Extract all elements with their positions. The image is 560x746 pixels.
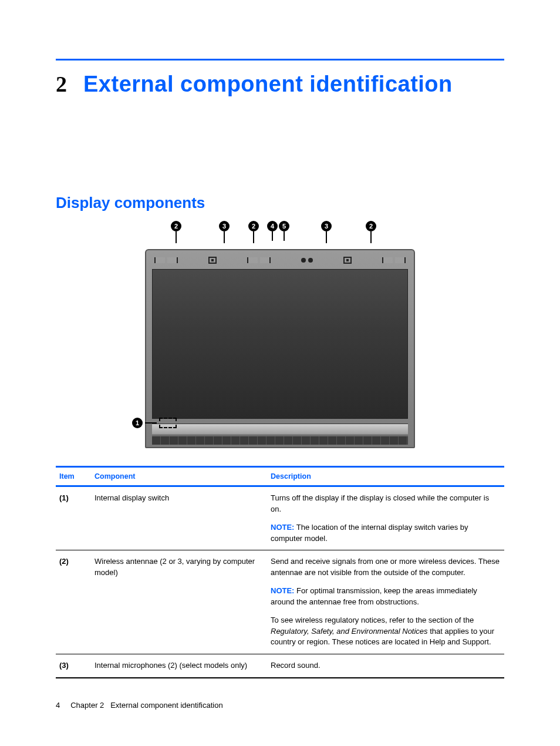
- callout-number: 2: [171, 221, 181, 231]
- table-header-row: Item Component Description: [56, 467, 504, 486]
- laptop-screen: [152, 269, 408, 419]
- extra-pre: To see wireless regulatory notices, refe…: [271, 616, 474, 624]
- antenna-right: [382, 257, 406, 263]
- header-description: Description: [267, 467, 504, 486]
- mic-icon: [208, 257, 217, 264]
- webcam-lens-icon: [301, 258, 306, 263]
- callout-number: 3: [219, 221, 230, 231]
- cell-component: Wireless antennae (2 or 3, varying by co…: [91, 550, 267, 654]
- callout-number: 1: [132, 418, 143, 428]
- top-horizontal-rule: [56, 59, 504, 61]
- footer-chapter-label: Chapter 2: [70, 701, 104, 710]
- laptop-figure: 2 3 2 4 5 3 2: [145, 221, 415, 448]
- keyboard-strip: [152, 435, 408, 445]
- footer-chapter: Chapter 2 External component identificat…: [70, 701, 222, 710]
- chapter-number: 2: [56, 71, 67, 97]
- callout-number: 2: [248, 221, 259, 231]
- cell-item: (3): [56, 654, 91, 678]
- display-switch-icon: [159, 418, 177, 428]
- cell-item: (2): [56, 550, 91, 654]
- antenna-left: [154, 257, 178, 263]
- callout-number: 5: [279, 221, 289, 231]
- cell-component: Internal microphones (2) (select models …: [91, 654, 267, 678]
- webcam-area: [301, 258, 313, 263]
- section-heading: Display components: [56, 194, 504, 212]
- desc-main: Send and receive signals from one or mor…: [271, 556, 501, 579]
- mic-icon: [343, 257, 352, 264]
- note-label: NOTE:: [271, 523, 294, 532]
- cell-description: Send and receive signals from one or mor…: [267, 550, 504, 654]
- webcam-light-icon: [308, 258, 313, 263]
- cell-description: Turns off the display if the display is …: [267, 486, 504, 550]
- laptop-body: 1: [145, 249, 415, 448]
- table-row: (1) Internal display switch Turns off th…: [56, 486, 504, 550]
- desc-note: NOTE: The location of the internal displ…: [271, 522, 501, 545]
- callout-number: 2: [366, 221, 376, 231]
- note-label: NOTE:: [271, 586, 294, 595]
- note-text: For optimal transmission, keep the areas…: [271, 586, 477, 606]
- components-table: Item Component Description (1) Internal …: [56, 466, 504, 678]
- note-text: The location of the internal display swi…: [271, 523, 468, 543]
- table-row: (3) Internal microphones (2) (select mod…: [56, 654, 504, 678]
- header-component: Component: [91, 467, 267, 486]
- top-callouts: 2 3 2 4 5 3 2: [145, 221, 415, 249]
- chapter-title: External component identification: [83, 72, 453, 97]
- hinge-area: 1: [152, 424, 408, 434]
- cell-component: Internal display switch: [91, 486, 267, 550]
- callout-number: 4: [267, 221, 278, 231]
- desc-extra: To see wireless regulatory notices, refe…: [271, 615, 501, 648]
- callout-number: 3: [321, 221, 332, 231]
- antenna-center-left: [247, 257, 271, 263]
- page-footer: 4 Chapter 2 External component identific…: [56, 701, 223, 710]
- chapter-header: 2 External component identification: [56, 71, 504, 97]
- cell-description: Record sound.: [267, 654, 504, 678]
- header-item: Item: [56, 467, 91, 486]
- desc-main: Record sound.: [271, 660, 501, 671]
- side-callout: 1: [132, 418, 177, 428]
- cell-item: (1): [56, 486, 91, 550]
- desc-main: Turns off the display if the display is …: [271, 493, 501, 515]
- page-number: 4: [56, 701, 60, 710]
- bezel-top: [152, 255, 408, 266]
- table-row: (2) Wireless antennae (2 or 3, varying b…: [56, 550, 504, 654]
- desc-note: NOTE: For optimal transmission, keep the…: [271, 586, 501, 608]
- footer-chapter-title: External component identification: [110, 701, 223, 710]
- extra-italic: Regulatory, Safety, and Environmental No…: [271, 627, 428, 636]
